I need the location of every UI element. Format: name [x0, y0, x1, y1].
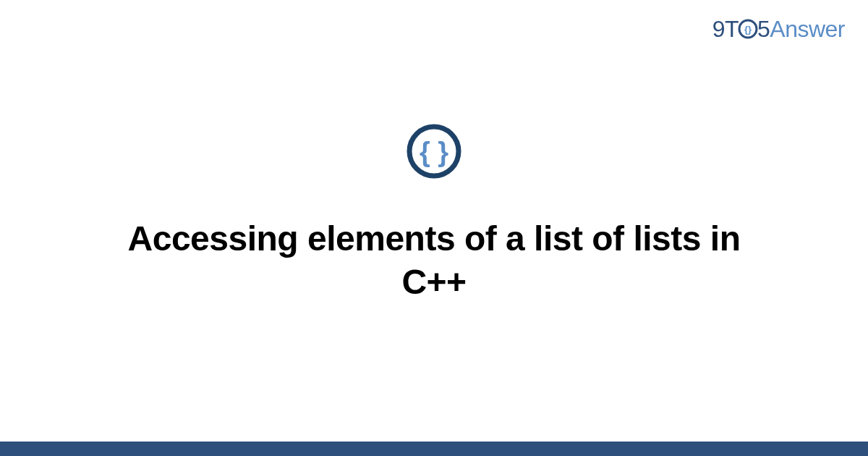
braces-circle-icon: { } [406, 123, 462, 180]
topic-icon: { } [406, 123, 462, 182]
page-title: Accessing elements of a list of lists in… [109, 217, 760, 304]
footer-accent-bar [0, 442, 868, 456]
svg-text:{ }: { } [420, 137, 448, 167]
main-content: { } Accessing elements of a list of list… [0, 0, 868, 442]
